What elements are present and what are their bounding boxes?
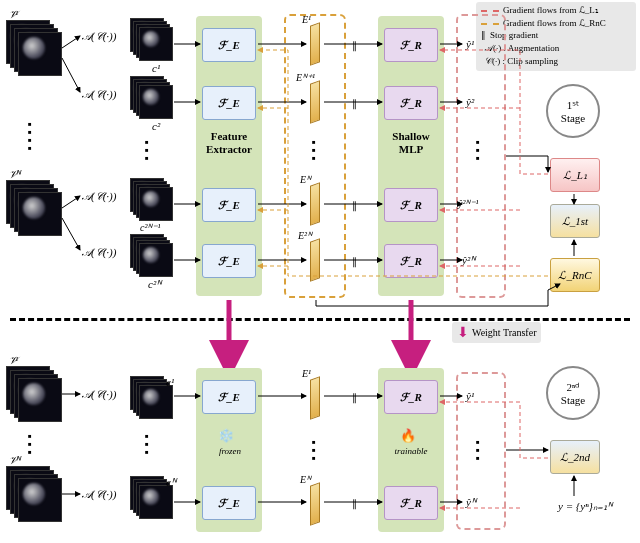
stopgrad-2-s2: ∥ — [352, 498, 357, 509]
embed-1 — [310, 22, 320, 66]
stage1-top: 1ˢᵗ — [567, 99, 580, 112]
loss-rnc: ℒ_RnC — [550, 258, 600, 292]
fe-block-3: ℱ_E — [202, 188, 256, 222]
fr-block-2: ℱ_R — [384, 86, 438, 120]
svg-line-0 — [62, 36, 80, 48]
stage1-circle: 1ˢᵗ Stage — [546, 84, 600, 138]
weight-transfer-arrows — [0, 296, 640, 376]
fe-block-2: ℱ_E — [202, 86, 256, 120]
stopgrad-1-s2: ∥ — [352, 392, 357, 403]
video-label-1-s2: 𝒱¹ — [8, 354, 18, 367]
vdots-embed-s2: ■■■ — [312, 438, 316, 462]
loss-1st: ℒ_1st — [550, 204, 600, 238]
video-stack-1 — [6, 20, 64, 78]
clip-label-4: c²ᴺ — [148, 278, 161, 291]
stage2-top: 2ⁿᵈ — [567, 381, 580, 394]
fe-block-1-s2: ℱ_E — [202, 380, 256, 414]
embed-1-s2 — [310, 376, 320, 420]
legend-grad-rnc: Gradient flows from ℒ_RnC — [503, 18, 606, 30]
aug-label-2-s2: 𝒜(𝒞(·)) — [82, 488, 116, 501]
svg-line-1 — [62, 58, 80, 92]
video-label-1: 𝒱¹ — [8, 8, 18, 21]
clip-stack-3 — [130, 178, 180, 223]
frozen-label: frozen — [208, 446, 252, 456]
aug-label-1: 𝒜(𝒞(·)) — [82, 30, 116, 43]
stopgrad-2: ∥ — [352, 98, 357, 109]
stopgrad-1: ∥ — [352, 40, 357, 51]
vdots-embed-s1: ■■■ — [312, 138, 316, 162]
clip-label-2: c² — [152, 120, 160, 132]
svg-line-2 — [62, 196, 80, 208]
weight-transfer-label: Weight Transfer — [472, 327, 536, 338]
embed-label-4: E²ᴺ — [298, 230, 312, 241]
stopgrad-3: ∥ — [352, 200, 357, 211]
y-equation: y = {yⁿ}ₙ₌₁ᴺ — [558, 500, 612, 513]
clip-stack-1 — [130, 18, 180, 63]
trainable-label: trainable — [386, 446, 436, 456]
vdots-out-s1: ■■■ — [476, 138, 480, 162]
video-stack-1-s2 — [6, 366, 64, 424]
clip-label-1: c¹ — [152, 62, 160, 74]
embed-2 — [310, 80, 320, 124]
fr-block-3: ℱ_R — [384, 188, 438, 222]
video-label-n: 𝒱ᴺ — [8, 168, 20, 181]
output-4: ŷ²ᴺ — [462, 254, 475, 267]
fr-block-1-s2: ℱ_R — [384, 380, 438, 414]
stage1-bottom: Stage — [561, 112, 585, 124]
embed-label-1-s2: E¹ — [302, 368, 311, 379]
loss-2nd: ℒ_2nd — [550, 440, 600, 474]
vdots-clips-s1: ■■■ — [145, 138, 149, 162]
fe-block-2-s2: ℱ_E — [202, 486, 256, 520]
clip-stack-4 — [130, 234, 180, 279]
embed-label-3: Eᴺ — [300, 174, 311, 185]
stage2-connectors — [0, 350, 640, 543]
stage2-bottom: Stage — [561, 394, 585, 406]
stage2-circle: 2ⁿᵈ Stage — [546, 366, 600, 420]
loss-l1: ℒ_L₁ — [550, 158, 600, 192]
vdots-clips-s2: ■■■ — [145, 432, 149, 456]
aug-label-1-s2: 𝒜(𝒞(·)) — [82, 388, 116, 401]
embed-2-s2 — [310, 482, 320, 526]
fr-block-2-s2: ℱ_R — [384, 486, 438, 520]
clip-label-3: c²ᴺ⁻¹ — [140, 222, 160, 233]
trainable-icon: 🔥 — [400, 428, 416, 444]
embed-4 — [310, 238, 320, 282]
fr-column-label: Shallow MLP — [378, 130, 444, 156]
embed-label-2-s2: Eᴺ — [300, 474, 311, 485]
fr-block-1: ℱ_R — [384, 28, 438, 62]
output-3: ŷ²ᴺ⁻¹ — [458, 198, 478, 209]
clip-label-2-s2: cᴺ — [166, 476, 176, 489]
clip-stack-2 — [130, 76, 180, 121]
aug-label-3: 𝒜(𝒞(·)) — [82, 190, 116, 203]
output-group-s2 — [456, 372, 506, 530]
fr-block-4: ℱ_R — [384, 244, 438, 278]
legend-grad-l1: Gradient flows from ℒ_L₁ — [503, 5, 599, 17]
output-2-s2: ŷᴺ — [466, 496, 476, 509]
output-1: ŷ¹ — [466, 38, 474, 50]
clip-label-1-s2: c¹ — [166, 376, 174, 388]
fe-column-label: Feature Extractor — [196, 130, 262, 156]
embed-label-1: E¹ — [302, 14, 311, 25]
embed-3 — [310, 182, 320, 226]
vdots-videos-s1: ■■■■ — [28, 120, 32, 152]
svg-line-3 — [62, 218, 80, 250]
aug-label-2: 𝒜(𝒞(·)) — [82, 88, 116, 101]
embed-label-2: Eᴺ⁺¹ — [296, 72, 315, 83]
stage-divider — [10, 318, 630, 321]
frozen-icon: ❄️ — [218, 428, 234, 444]
output-1-s2: ŷ¹ — [466, 390, 474, 402]
fe-block-4: ℱ_E — [202, 244, 256, 278]
video-label-n-s2: 𝒱ᴺ — [8, 454, 20, 467]
aug-label-4: 𝒜(𝒞(·)) — [82, 246, 116, 259]
vdots-out-s2: ■■■ — [476, 438, 480, 462]
video-stack-n-s2 — [6, 466, 64, 524]
fe-block-1: ℱ_E — [202, 28, 256, 62]
vdots-videos-s2: ■■■ — [28, 432, 32, 456]
video-stack-n — [6, 180, 64, 238]
weight-transfer-badge: ⬇Weight Transfer — [452, 322, 541, 343]
output-2: ŷ² — [466, 96, 474, 108]
stopgrad-4: ∥ — [352, 256, 357, 267]
